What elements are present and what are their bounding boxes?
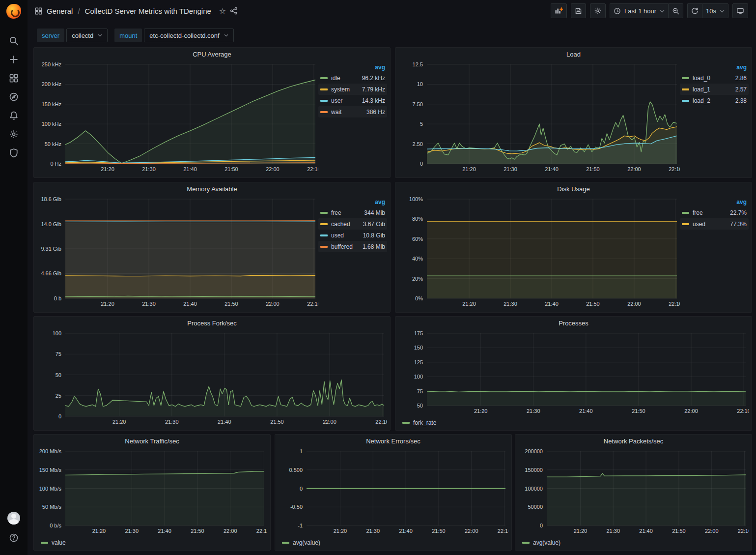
grafana-logo[interactable]	[6, 4, 21, 19]
panel-title[interactable]: Network Traffic/sec	[125, 438, 179, 445]
series-swatch-icon	[320, 223, 328, 225]
chart[interactable]: 025507510021:2021:3021:4021:5022:0022:10	[38, 329, 387, 426]
series-swatch-icon	[682, 88, 689, 90]
y-tick-label: 150	[414, 345, 423, 351]
legend-item-value[interactable]: value	[41, 538, 66, 547]
help-question-icon[interactable]	[8, 532, 19, 543]
chart[interactable]: 0 b4.66 Gib9.31 Gib14.0 Gib18.6 Gib21:20…	[38, 195, 318, 308]
y-tick-label: 0	[540, 523, 543, 528]
y-tick-label: 4.66 Gib	[41, 270, 61, 276]
x-tick-label: 21:50	[432, 528, 446, 534]
legend-avg-header: avg	[318, 197, 387, 207]
legend-item-cached[interactable]: cached3.67 Gib	[318, 218, 387, 230]
x-tick-label: 21:20	[101, 166, 114, 172]
dashboard-grid: CPU Average0 Hz50 kHz100 kHz150 kHz200 k…	[0, 0, 756, 555]
x-tick-label: 21:50	[270, 419, 284, 425]
y-tick-label: 50000	[528, 504, 543, 510]
panel-cpu-average: CPU Average0 Hz50 kHz100 kHz150 kHz200 k…	[33, 47, 391, 178]
x-tick-label: 22:10	[256, 528, 267, 534]
series-swatch-icon	[320, 212, 328, 214]
y-tick-label: 125	[414, 359, 423, 365]
series-swatch-icon	[320, 246, 328, 248]
y-tick-label: 100	[414, 374, 423, 380]
panel-title[interactable]: Memory Available	[187, 185, 237, 193]
server-admin-shield-icon[interactable]	[8, 147, 19, 158]
panel-title[interactable]: Processes	[559, 320, 588, 327]
legend-series-avg: 2.38	[735, 97, 747, 104]
series-swatch-icon	[41, 542, 48, 544]
legend-item-used[interactable]: used77.3%	[680, 218, 749, 230]
legend-item-user[interactable]: user14.3 kHz	[318, 95, 387, 106]
legend-item-used[interactable]: used10.8 Gib	[318, 230, 387, 241]
legend-item-idle[interactable]: idle96.2 kHz	[318, 72, 387, 84]
y-tick-label: 200000	[525, 448, 543, 454]
legend-item-avg-value[interactable]: avg(value)	[522, 538, 560, 547]
x-tick-label: 22:10	[669, 166, 680, 172]
x-tick-label: 21:20	[92, 528, 106, 534]
legend: avg(value)	[275, 537, 511, 550]
x-tick-label: 22:00	[627, 166, 641, 172]
legend-item-load-0[interactable]: load_02.86	[680, 72, 749, 84]
panel-network-traffic-sec: Network Traffic/sec0 b/s50 Mb/s100 Mb/s1…	[33, 434, 271, 551]
legend-series-name: load_0	[693, 75, 735, 82]
x-tick-label: 22:10	[375, 419, 387, 425]
legend-series-name: wait	[331, 109, 366, 116]
x-tick-label: 21:30	[125, 528, 139, 534]
legend-item-system[interactable]: system7.79 kHz	[318, 84, 387, 95]
create-plus-icon[interactable]	[8, 54, 19, 65]
legend-item-avg-value[interactable]: avg(value)	[282, 538, 320, 547]
panel-title[interactable]: Disk Usage	[557, 185, 589, 193]
configuration-gear-icon[interactable]	[8, 129, 19, 140]
y-tick-label: 7.50	[413, 101, 423, 107]
x-tick-label: 21:30	[142, 166, 156, 172]
legend-series-avg: 77.3%	[730, 221, 747, 228]
panel-title[interactable]: Process Fork/sec	[187, 320, 236, 327]
legend-series-name: used	[331, 232, 363, 239]
search-icon[interactable]	[8, 35, 19, 46]
panel-title[interactable]: Network Errors/sec	[366, 438, 420, 445]
y-tick-label: 0	[420, 161, 423, 167]
x-tick-label: 21:50	[191, 528, 204, 534]
x-tick-label: 22:10	[738, 528, 749, 534]
x-tick-label: 21:30	[504, 301, 517, 307]
legend-item-load-2[interactable]: load_22.38	[680, 95, 749, 106]
legend-item-free[interactable]: free344 Mib	[318, 207, 387, 218]
x-tick-label: 21:40	[158, 528, 171, 534]
chart[interactable]: 0 b/s50 Mb/s100 Mb/s150 Mb/s200 Mb/s21:2…	[38, 447, 267, 535]
legend-item-buffered[interactable]: buffered1.68 Mib	[318, 241, 387, 252]
panel-title[interactable]: Network Packets/sec	[604, 438, 663, 445]
x-tick-label: 22:10	[498, 528, 508, 534]
legend-item-load-1[interactable]: load_12.57	[680, 84, 749, 95]
legend-item-fork-rate[interactable]: fork_rate	[402, 418, 436, 427]
chart[interactable]: 02.5057.501012.521:2021:3021:4021:5022:0…	[399, 60, 680, 174]
legend: avg(value)	[515, 537, 752, 550]
x-tick-label: 21:30	[142, 301, 156, 307]
panel-title[interactable]: CPU Average	[193, 51, 231, 58]
legend-item-wait[interactable]: wait386 Hz	[318, 106, 387, 117]
legend-series-name: system	[331, 86, 362, 93]
explore-compass-icon[interactable]	[8, 91, 19, 102]
panel-network-errors-sec: Network Errors/sec-1-0.5000.500121:2021:…	[275, 434, 512, 551]
chart[interactable]: 05000010000015000020000021:2021:3021:402…	[519, 447, 749, 535]
legend-item-free[interactable]: free22.7%	[680, 207, 749, 218]
user-avatar[interactable]	[7, 512, 20, 525]
chart[interactable]: 0%20%40%60%80%100%21:2021:3021:4021:5022…	[399, 195, 680, 308]
panel-title[interactable]: Load	[566, 51, 581, 58]
chart[interactable]: 0 Hz50 kHz100 kHz150 kHz200 kHz250 kHz21…	[38, 60, 318, 174]
x-tick-label: 21:40	[639, 528, 653, 534]
alerting-bell-icon[interactable]	[8, 110, 19, 121]
dashboards-grid-icon[interactable]	[8, 73, 19, 84]
legend-series-avg: 386 Hz	[366, 109, 385, 116]
panel-memory-available: Memory Available0 b4.66 Gib9.31 Gib14.0 …	[33, 182, 391, 313]
chart[interactable]: 507510012515017521:2021:3021:4021:5022:0…	[399, 329, 749, 415]
series-swatch-icon	[522, 542, 530, 544]
legend-series-avg: 2.57	[735, 86, 747, 93]
y-tick-label: 100000	[525, 486, 543, 492]
chart[interactable]: -1-0.5000.500121:2021:3021:4021:5022:002…	[279, 447, 508, 535]
y-tick-label: 20%	[412, 276, 423, 282]
x-tick-label: 22:00	[705, 528, 719, 534]
y-tick-label: 200 Mb/s	[39, 448, 62, 454]
y-tick-label: 9.31 Gib	[41, 246, 61, 252]
legend-series-name: avg(value)	[533, 539, 560, 546]
x-tick-label: 22:10	[307, 166, 318, 172]
